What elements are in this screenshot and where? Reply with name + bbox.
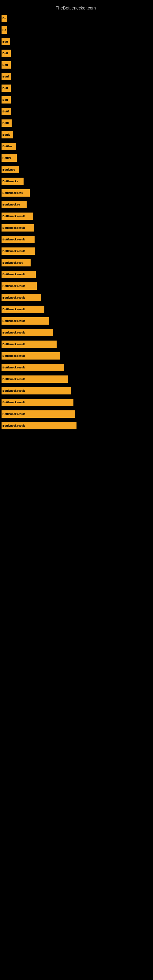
bar: Bottleneck result: [2, 364, 64, 371]
bar-label: Bottleneck result: [2, 401, 25, 404]
bar-label: Bottleneck result: [2, 308, 25, 311]
bar-label: Bottleneck result: [2, 285, 25, 288]
bar-row: Bottleneck result: [2, 235, 150, 244]
bar-label: Bottleneck result: [2, 320, 25, 323]
bar-row: Bottleneck resu: [2, 188, 150, 198]
bar: Bottleneck result: [2, 282, 37, 290]
bar-row: Bott: [2, 60, 150, 70]
bar: Bottleneck re: [2, 201, 27, 208]
bar-label: Bottleneck result: [2, 378, 25, 381]
bar-label: Bottleneck result: [2, 424, 25, 427]
bar-label: Bottleneck result: [2, 412, 25, 415]
bar-row: Bott: [2, 48, 150, 58]
bar-row: Bottleneck result: [2, 223, 150, 233]
bar-label: Bottleneck result: [2, 389, 25, 392]
bar: Bottleneck resu: [2, 189, 30, 197]
bar: Bottleneck result: [2, 271, 36, 278]
bar-row: Bottleneck result: [2, 281, 150, 291]
bar: Bottle: [2, 131, 13, 138]
bar-row: Bottlen: [2, 142, 150, 151]
bar: Bott: [2, 61, 11, 68]
bar: Bott: [2, 38, 10, 45]
bar-row: Bottlenec: [2, 165, 150, 175]
bar-label: Bo: [2, 29, 6, 32]
bar: Bo: [2, 15, 7, 22]
bar-row: Bottler: [2, 153, 150, 163]
bar: Bott: [2, 84, 11, 92]
bar-row: Bottl: [2, 72, 150, 81]
bar-label: Bottleneck result: [2, 296, 25, 299]
bar-label: Bott: [2, 98, 8, 101]
bar-row: Bottleneck result: [2, 269, 150, 279]
bar-row: Bottleneck r: [2, 177, 150, 186]
bar-label: Bottl: [2, 122, 9, 125]
bar: Bottleneck result: [2, 294, 41, 301]
bar-row: Bottleneck result: [2, 351, 150, 361]
bar-label: Bottleneck result: [2, 250, 25, 253]
bar-label: Bott: [2, 52, 8, 55]
bar: Bottleneck result: [2, 375, 68, 383]
bar-label: Bottleneck result: [2, 226, 25, 229]
bar: Bottleneck result: [2, 410, 75, 418]
bar-row: Bottleneck re: [2, 200, 150, 210]
bar-label: Bottleneck resu: [2, 191, 23, 194]
bar-label: Bottleneck result: [2, 343, 25, 346]
bar-label: Bottlen: [2, 145, 12, 148]
bar-row: Bottleneck result: [2, 386, 150, 396]
bar-row: Bottleneck result: [2, 316, 150, 326]
bar-row: Bottleneck result: [2, 246, 150, 256]
bar-row: Bottleneck result: [2, 363, 150, 372]
bar-row: Bott: [2, 95, 150, 105]
bar-label: Bott: [2, 40, 8, 43]
bar-row: Bottleneck result: [2, 409, 150, 419]
bar: Bottleneck result: [2, 236, 35, 243]
bar-row: Bottleneck result: [2, 211, 150, 221]
bar: Bottleneck result: [2, 213, 33, 220]
bar: Bottleneck resu: [2, 259, 30, 266]
bar-row: Bottleneck result: [2, 293, 150, 302]
bar-label: Bottle: [2, 133, 10, 136]
bar: Bott: [2, 96, 11, 103]
bar-row: Bottleneck result: [2, 374, 150, 384]
bar-label: Bottleneck result: [2, 273, 25, 276]
bar-row: Bottleneck resu: [2, 258, 150, 268]
bar: Bo: [2, 26, 7, 34]
page-title: TheBottlenecker.com: [2, 3, 150, 12]
bar-label: Bottleneck resu: [2, 261, 23, 264]
bar-label: Bottleneck result: [2, 238, 25, 241]
bar-label: Bottleneck result: [2, 354, 25, 357]
bar: Bottleneck result: [2, 387, 71, 395]
bar: Bottleneck result: [2, 340, 57, 348]
bar-label: Bo: [2, 17, 6, 20]
bar-row: Bott: [2, 37, 150, 46]
bar: Bottleneck result: [2, 399, 73, 406]
bar: Bottleneck result: [2, 352, 60, 360]
bar-label: Bottl: [2, 110, 9, 113]
bar-label: Bottler: [2, 156, 11, 159]
bar: Bottleneck result: [2, 305, 45, 313]
bar: Bottleneck result: [2, 329, 53, 336]
bar: Bottlenec: [2, 166, 19, 173]
bar-row: Bottleneck result: [2, 421, 150, 431]
bar-row: Bottleneck result: [2, 339, 150, 349]
bar: Bott: [2, 49, 11, 57]
bar: Bottleneck result: [2, 422, 76, 430]
bars-container: BoBoBottBottBottBottlBottBottBottlBottlB…: [2, 13, 150, 431]
bar: Bottleneck result: [2, 317, 49, 325]
bar: Bottl: [2, 108, 11, 115]
bar-label: Bottleneck r: [2, 180, 18, 183]
bar-row: Bo: [2, 25, 150, 35]
bar-label: Bott: [2, 87, 8, 90]
bar-row: Bottleneck result: [2, 398, 150, 407]
bar: Bottler: [2, 154, 17, 162]
chart-container: TheBottlenecker.com BoBoBottBottBottBott…: [0, 0, 153, 436]
bar: Bottleneck result: [2, 247, 35, 255]
bar-label: Bottl: [2, 75, 9, 78]
bar-row: Bo: [2, 13, 150, 23]
bar: Bottleneck r: [2, 178, 24, 185]
bar-row: Bottleneck result: [2, 328, 150, 337]
bar: Bottl: [2, 119, 12, 127]
bar-label: Bottlenec: [2, 168, 15, 171]
bar-label: Bott: [2, 64, 8, 67]
bar: Bottl: [2, 73, 11, 80]
